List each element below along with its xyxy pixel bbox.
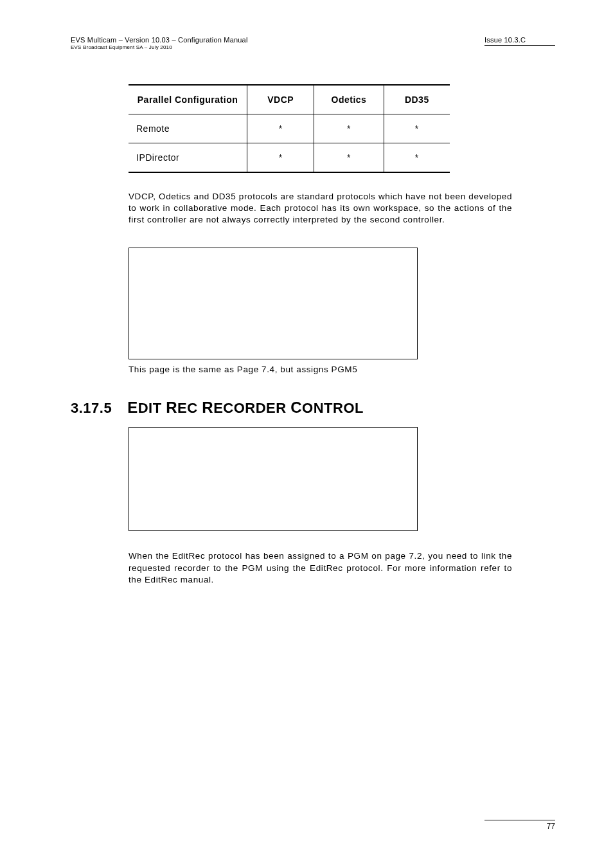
table-cell: *: [314, 114, 384, 143]
page-footer: 77: [484, 816, 555, 831]
header-issue: Issue 10.3.C: [484, 36, 555, 44]
table-header-cell: Parallel Configuration: [129, 85, 247, 114]
figure-placeholder: [129, 248, 418, 359]
protocol-table: Parallel Configuration VDCP Odetics DD35…: [129, 84, 450, 173]
table-cell-label: Remote: [129, 114, 247, 143]
table-cell: *: [247, 143, 314, 172]
page-header: EVS Multicam – Version 10.03 – Configura…: [71, 36, 555, 51]
table-cell: *: [384, 114, 450, 143]
table-cell: *: [247, 114, 314, 143]
table-row: Remote * * *: [129, 114, 450, 143]
header-rule: [484, 45, 555, 46]
table-row: IPDirector * * *: [129, 143, 450, 172]
section-title: EDIT REC RECORDER CONTROL: [127, 399, 364, 417]
body-paragraph: VDCP, Odetics and DD35 protocols are sta…: [129, 191, 512, 226]
table-header-cell: Odetics: [314, 85, 384, 114]
section-number: 3.17.5: [71, 400, 112, 417]
header-left: EVS Multicam – Version 10.03 – Configura…: [71, 36, 248, 51]
table-header-cell: VDCP: [247, 85, 314, 114]
body-paragraph: When the EditRec protocol has been assig…: [129, 550, 512, 586]
figure-caption: This page is the same as Page 7.4, but a…: [129, 365, 555, 374]
header-subtitle: EVS Broadcast Equipment SA – July 2010: [71, 44, 248, 51]
table-cell-label: IPDirector: [129, 143, 247, 172]
figure-placeholder: [129, 427, 418, 531]
table-header-row: Parallel Configuration VDCP Odetics DD35: [129, 85, 450, 114]
header-right-wrap: Issue 10.3.C: [484, 36, 555, 50]
section-heading: 3.17.5 EDIT REC RECORDER CONTROL: [71, 399, 555, 417]
footer-rule: [484, 820, 555, 820]
page-number: 77: [547, 822, 555, 831]
table-cell: *: [314, 143, 384, 172]
table-header-cell: DD35: [384, 85, 450, 114]
header-title: EVS Multicam – Version 10.03 – Configura…: [71, 36, 248, 44]
table-cell: *: [384, 143, 450, 172]
